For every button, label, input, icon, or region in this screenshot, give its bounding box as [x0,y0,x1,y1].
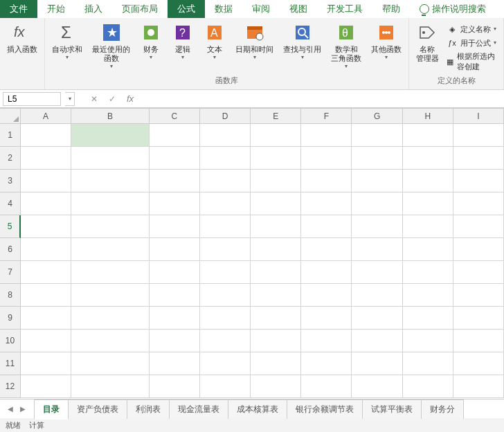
row-headers: 1 2 3 4 5 6 7 8 9 10 11 12 [0,124,21,398]
svg-point-21 [388,31,390,34]
name-manager-button[interactable]: 名称 管理器 [413,20,441,64]
tab-file[interactable]: 文件 [0,0,37,18]
logical-button[interactable]: ? 逻辑 ▾ [169,20,197,62]
row-header[interactable]: 5 [0,215,21,238]
lookup-button[interactable]: 查找与引用 ▾ [280,20,324,62]
from-sel-label: 根据所选内容创建 [457,51,498,72]
name-box-input[interactable] [3,92,61,106]
tab-formula[interactable]: 公式 [168,0,205,18]
col-header[interactable]: A [21,109,71,124]
sheet-nav-next[interactable]: ▶ [17,403,29,415]
dropdown-icon: ▾ [110,63,113,69]
tab-home[interactable]: 开始 [37,0,75,18]
svg-point-19 [382,31,385,34]
row-header[interactable]: 8 [0,284,21,307]
svg-point-12 [256,33,263,40]
col-header[interactable]: D [200,109,251,124]
fx-small-icon: ƒx [447,37,458,48]
row-header[interactable]: 6 [0,238,21,261]
col-header[interactable]: H [403,109,453,124]
dropdown-icon: ▾ [66,54,69,60]
sigma-icon: Σ [56,21,78,44]
row-header[interactable]: 4 [0,192,21,215]
tab-insert[interactable]: 插入 [75,0,112,18]
enter-icon[interactable]: ✓ [105,92,119,106]
dropdown-icon: ▾ [301,54,304,60]
financial-button[interactable]: 财务 ▾ [137,20,165,62]
col-header[interactable]: B [71,109,150,124]
row-header[interactable]: 10 [0,330,21,352]
recent-button[interactable]: ★ 最近使用的 函数 ▾ [89,20,133,71]
row-header[interactable]: 2 [0,147,21,170]
svg-point-20 [385,31,388,34]
svg-text:?: ? [179,27,186,39]
other-label: 其他函数 [371,45,402,54]
autosum-button[interactable]: Σ 自动求和 ▾ [49,20,85,62]
sheet-nav-prev[interactable]: ◀ [4,403,17,415]
row-header[interactable]: 7 [0,261,21,284]
sheet-tab[interactable]: 试算平衡表 [362,399,422,419]
row-header[interactable]: 1 [0,124,21,147]
tab-review[interactable]: 审阅 [242,0,280,18]
group-function-library: Σ 自动求和 ▾ ★ 最近使用的 函数 ▾ 财务 ▾ ? 逻辑 ▾ A 文本 [45,18,409,89]
col-header[interactable]: E [251,109,301,124]
math-button[interactable]: θ 数学和 三角函数 ▾ [328,20,364,71]
row-header[interactable]: 9 [0,307,21,330]
star-icon: ★ [100,21,123,44]
svg-point-22 [422,31,425,34]
svg-text:★: ★ [107,26,118,39]
create-from-selection-button[interactable]: ▦根据所选内容创建 [445,51,499,73]
sheet-tab[interactable]: 现金流量表 [169,399,228,419]
sheet-tab[interactable]: 成本核算表 [228,399,287,419]
insert-function-button[interactable]: fx 插入函数 [4,20,40,55]
recent-label: 最近使用的 函数 [92,45,130,63]
formula-input[interactable] [141,92,504,106]
use-in-formula-button[interactable]: ƒx用于公式▾ [445,37,499,49]
col-header[interactable]: C [150,109,200,124]
logical-icon: ? [172,21,194,44]
tab-layout[interactable]: 页面布局 [112,0,168,18]
lightbulb-icon [420,4,429,14]
col-header[interactable]: I [453,109,504,124]
autosum-label: 自动求和 [52,45,82,54]
sheet-tab[interactable]: 目录 [34,399,69,420]
dropdown-icon: ▾ [494,39,496,46]
name-box-dropdown[interactable]: ▾ [65,92,75,106]
grid-small-icon: ▦ [447,56,454,67]
group-label-names: 定义的名称 [438,75,476,87]
tab-data[interactable]: 数据 [205,0,242,18]
row-header[interactable]: 3 [0,170,21,192]
sheet-tab[interactable]: 利润表 [127,399,170,419]
sheet-tab[interactable]: 银行余额调节表 [287,399,363,419]
logical-label: 逻辑 [175,45,190,54]
column-headers: A B C D E F G H I [21,109,504,124]
row-header[interactable]: 11 [0,352,21,375]
dropdown-icon: ▾ [345,63,348,69]
svg-rect-11 [247,26,262,30]
sheet-tab[interactable]: 财务分 [421,399,464,419]
more-icon [375,21,397,44]
fx-button[interactable]: fx [123,92,137,106]
group-defined-names: 名称 管理器 ◈定义名称▾ ƒx用于公式▾ ▦根据所选内容创建 定义的名称 [409,18,504,89]
cells-area[interactable] [21,124,504,399]
tab-tell-me[interactable]: 操作说明搜索 [410,0,496,18]
tab-dev[interactable]: 开发工具 [317,0,372,18]
col-header[interactable]: F [301,109,352,124]
row-header[interactable]: 12 [0,375,21,398]
financial-label: 财务 [143,45,159,54]
tab-help[interactable]: 帮助 [372,0,410,18]
dropdown-icon: ▾ [181,54,184,60]
text-button[interactable]: A 文本 ▾ [201,20,228,62]
cancel-icon[interactable]: ✕ [87,92,101,106]
tab-view[interactable]: 视图 [280,0,317,18]
use-in-label: 用于公式 [460,38,491,48]
col-header[interactable]: G [352,109,402,124]
sheet-tab[interactable]: 资产负债表 [68,399,127,419]
math-label: 数学和 三角函数 [331,45,361,63]
tag-small-icon: ◈ [447,24,458,35]
datetime-button[interactable]: 日期和时间 ▾ [233,20,276,62]
select-all-corner[interactable] [0,109,21,124]
other-fn-button[interactable]: 其他函数 ▾ [368,20,404,62]
define-name-button[interactable]: ◈定义名称▾ [445,23,499,35]
cell-b1-highlighted[interactable] [71,124,150,147]
